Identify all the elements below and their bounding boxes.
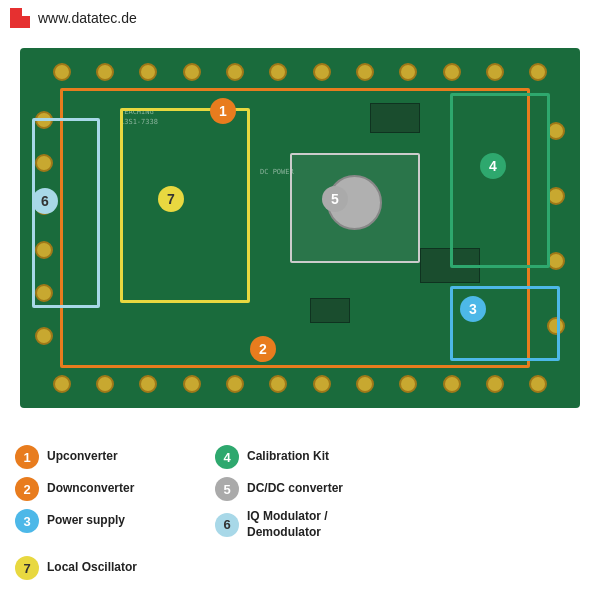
legend-badge-6: 6 xyxy=(215,513,239,537)
connector-pin xyxy=(269,63,287,81)
legend-badge-2: 2 xyxy=(15,477,39,501)
badge-6-iq: 6 xyxy=(32,188,58,214)
bottom-connectors xyxy=(40,370,560,398)
connector-pin xyxy=(183,63,201,81)
legend-badge-7: 7 xyxy=(15,556,39,580)
legend-label-4: Calibration Kit xyxy=(247,449,329,465)
legend-col-2: 4 Calibration Kit 5 DC/DC converter 6 IQ… xyxy=(215,445,415,550)
connector-pin xyxy=(529,63,547,81)
connector-pin xyxy=(399,63,417,81)
legend-item-5: 5 DC/DC converter xyxy=(215,477,415,501)
legend-badge-3: 3 xyxy=(15,509,39,533)
connector-pin xyxy=(226,63,244,81)
badge-5-dcdc: 5 xyxy=(322,186,348,212)
connector-pin xyxy=(399,375,417,393)
legend-item-6: 6 IQ Modulator /Demodulator xyxy=(215,509,415,540)
badge-2-downconverter: 2 xyxy=(250,336,276,362)
legend-label-5: DC/DC converter xyxy=(247,481,343,497)
legend-badge-1: 1 xyxy=(15,445,39,469)
legend-item-7: 7 Local Oscillator xyxy=(15,556,215,580)
legend-col-1: 1 Upconverter 2 Downconverter 3 Power su… xyxy=(15,445,215,550)
connector-pin xyxy=(139,375,157,393)
connector-pin xyxy=(313,63,331,81)
pcb-board: TEACHING 13S1-7338 DC POWER xyxy=(20,48,580,408)
legend-label-3: Power supply xyxy=(47,513,125,529)
connector-pin xyxy=(53,375,71,393)
legend-item-2: 2 Downconverter xyxy=(15,477,215,501)
legend-label-1: Upconverter xyxy=(47,449,118,465)
legend-badge-5: 5 xyxy=(215,477,239,501)
connector-pin xyxy=(356,63,374,81)
badge-7-oscillator: 7 xyxy=(158,186,184,212)
connector-pin xyxy=(356,375,374,393)
connector-pin xyxy=(96,375,114,393)
connector-pin xyxy=(35,327,53,345)
website-url: www.datatec.de xyxy=(38,10,137,26)
legend-label-2: Downconverter xyxy=(47,481,134,497)
dc-power-box xyxy=(290,153,420,263)
legend-item-4: 4 Calibration Kit xyxy=(215,445,415,469)
badge-3-power-supply: 3 xyxy=(460,296,486,322)
connector-pin xyxy=(53,63,71,81)
datatec-logo xyxy=(10,8,30,28)
connector-pin xyxy=(486,63,504,81)
connector-pin xyxy=(313,375,331,393)
connector-pin xyxy=(226,375,244,393)
connector-pin xyxy=(486,375,504,393)
legend-label-6: IQ Modulator /Demodulator xyxy=(247,509,328,540)
board-container: TEACHING 13S1-7338 DC POWER 1 2 3 4 5 6 xyxy=(10,38,590,428)
legend: 1 Upconverter 2 Downconverter 3 Power su… xyxy=(0,435,600,600)
header: www.datatec.de xyxy=(0,0,600,36)
legend-item-1: 1 Upconverter xyxy=(15,445,215,469)
connector-pin xyxy=(269,375,287,393)
top-connectors xyxy=(40,58,560,86)
legend-col-3: 7 Local Oscillator xyxy=(15,556,215,590)
legend-badge-4: 4 xyxy=(215,445,239,469)
yellow-region-oscillator xyxy=(120,108,250,303)
connector-pin xyxy=(139,63,157,81)
legend-label-7: Local Oscillator xyxy=(47,560,137,576)
connector-pin xyxy=(529,375,547,393)
green-region-calibration xyxy=(450,93,550,268)
connector-pin xyxy=(443,63,461,81)
badge-1-upconverter: 1 xyxy=(210,98,236,124)
connector-pin xyxy=(443,375,461,393)
connector-pin xyxy=(96,63,114,81)
legend-item-3: 3 Power supply xyxy=(15,509,215,533)
badge-4-calibration: 4 xyxy=(480,153,506,179)
connector-pin xyxy=(183,375,201,393)
